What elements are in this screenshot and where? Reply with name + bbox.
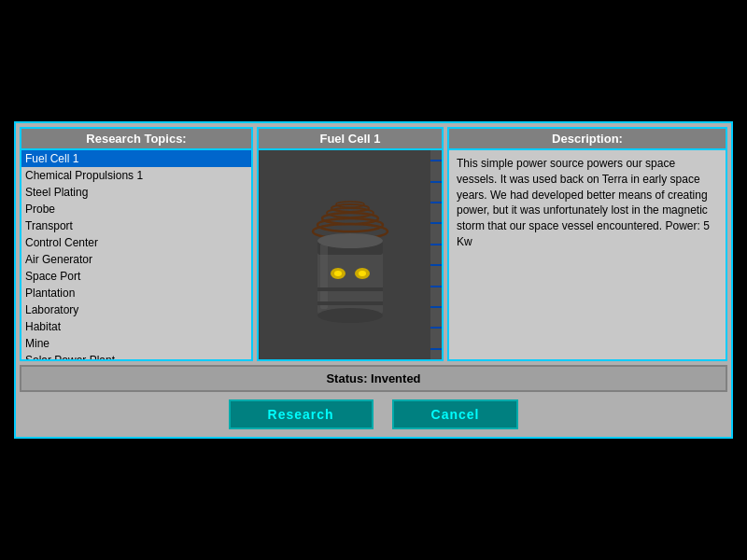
- list-item[interactable]: Transport: [21, 217, 251, 234]
- svg-point-13: [359, 271, 366, 276]
- research-dialog: Research Topics: Fuel Cell 1Chemical Pro…: [14, 121, 733, 439]
- list-item[interactable]: Fuel Cell 1: [21, 150, 251, 167]
- middle-panel: Fuel Cell 1: [257, 127, 444, 361]
- list-item[interactable]: Plantation: [21, 285, 251, 301]
- svg-point-14: [317, 308, 383, 323]
- list-item[interactable]: Mine: [21, 335, 251, 352]
- list-item[interactable]: Habitat: [21, 318, 251, 335]
- research-button[interactable]: Research: [229, 399, 374, 429]
- svg-rect-15: [317, 287, 383, 291]
- left-panel: Research Topics: Fuel Cell 1Chemical Pro…: [20, 127, 253, 361]
- list-item[interactable]: Air Generator: [21, 251, 251, 268]
- list-container: Fuel Cell 1Chemical Propulsions 1Steel P…: [21, 150, 251, 359]
- list-item[interactable]: Chemical Propulsions 1: [21, 167, 251, 184]
- blue-lines-decoration: [430, 150, 442, 359]
- button-area: Research Cancel: [20, 396, 727, 433]
- research-list[interactable]: Fuel Cell 1Chemical Propulsions 1Steel P…: [21, 150, 251, 359]
- fuel-cell-image: [259, 150, 442, 359]
- list-item[interactable]: Solar Power Plant: [21, 352, 251, 359]
- right-panel: Description: This simple power source po…: [447, 127, 727, 361]
- list-item[interactable]: Laboratory: [21, 301, 251, 318]
- cancel-button[interactable]: Cancel: [392, 399, 519, 429]
- left-panel-header: Research Topics:: [21, 129, 251, 150]
- right-panel-header: Description:: [449, 129, 726, 150]
- list-item[interactable]: Control Center: [21, 234, 251, 251]
- svg-rect-16: [317, 301, 383, 305]
- list-item[interactable]: Space Port: [21, 268, 251, 285]
- status-bar: Status: Invented: [20, 365, 727, 392]
- fuel-cell-svg: [289, 180, 411, 329]
- top-section: Research Topics: Fuel Cell 1Chemical Pro…: [20, 127, 727, 361]
- svg-point-12: [334, 271, 342, 276]
- description-area: This simple power source powers our spac…: [449, 150, 726, 359]
- list-item[interactable]: Steel Plating: [21, 184, 251, 201]
- svg-point-9: [317, 233, 383, 248]
- svg-rect-8: [320, 244, 328, 309]
- list-item[interactable]: Probe: [21, 201, 251, 217]
- description-text[interactable]: This simple power source powers our spac…: [449, 150, 726, 359]
- middle-panel-header: Fuel Cell 1: [259, 129, 442, 150]
